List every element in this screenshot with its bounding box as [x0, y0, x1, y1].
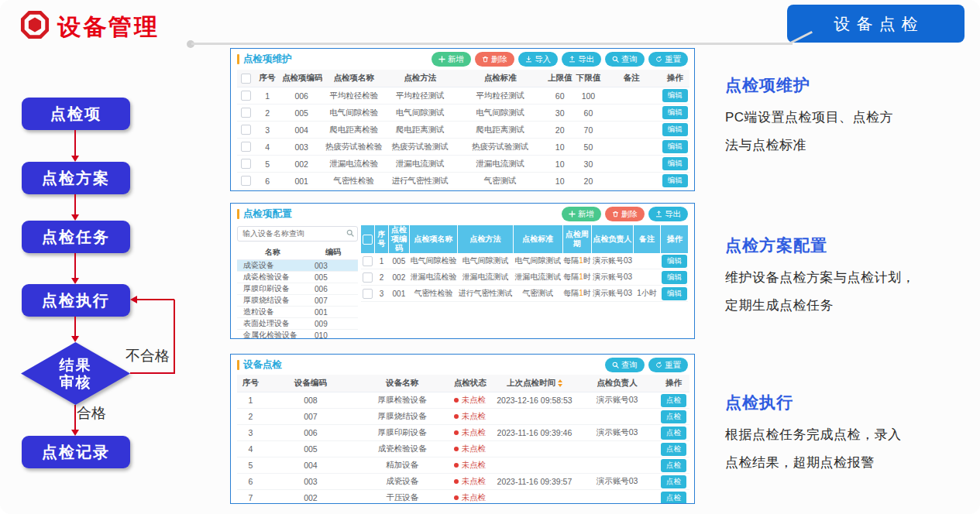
description-title: 点检项维护 — [725, 74, 903, 96]
row-checkbox[interactable] — [241, 176, 251, 186]
trash-icon — [612, 211, 619, 218]
edit-button[interactable]: 编辑 — [662, 255, 687, 268]
cell-status: 未点检 — [448, 409, 493, 425]
cell-code: 001 — [280, 173, 322, 190]
edit-button[interactable]: 编辑 — [662, 271, 687, 284]
inspect-button[interactable]: 点检 — [661, 427, 686, 440]
cell-code: 005 — [280, 105, 322, 122]
delete-button[interactable]: 删除 — [475, 52, 514, 67]
decision-label-line2: 审核 — [60, 374, 92, 391]
cell-last-time — [493, 490, 576, 505]
query-button[interactable]: 查询 — [605, 52, 645, 67]
inspect-button[interactable]: 点检 — [661, 394, 686, 407]
export-button[interactable]: 导出 — [562, 52, 601, 67]
delete-button[interactable]: 删除 — [605, 207, 645, 221]
cell-standard: 爬电距离测试 — [455, 122, 545, 139]
edit-button[interactable]: 编辑 — [662, 140, 688, 153]
row-checkbox[interactable] — [363, 256, 373, 266]
flow-feedback-line — [137, 299, 174, 300]
row-checkbox[interactable] — [241, 142, 251, 152]
add-button[interactable]: 新增 — [562, 207, 601, 221]
edit-button[interactable]: 编辑 — [662, 106, 688, 119]
cell-status: 未点检 — [448, 490, 493, 505]
cell-code: 006 — [264, 425, 357, 441]
sort-icon — [558, 379, 562, 387]
cell-no: 4 — [254, 139, 280, 156]
panel-inspection-item-maintenance: 点检项维护 新增 删除 导入 导出 查询 重置 序号点检项编码点检项名称点检方法… — [230, 48, 695, 191]
inspect-button[interactable]: 点检 — [661, 492, 686, 505]
column-header: 序号 — [254, 70, 280, 87]
edit-button[interactable]: 编辑 — [662, 89, 688, 102]
cell-no: 2 — [237, 409, 264, 425]
device-list-item[interactable]: 厚膜烧结设备 007 — [237, 295, 358, 307]
flow-node-inspection-execute: 点检执行 — [22, 284, 130, 317]
cell-no: 5 — [254, 156, 280, 173]
table-header-row: 序号点检项编码点检项名称点检方法点检标准点检周期点检负责人备注操作 — [361, 225, 688, 253]
column-header: 点检状态 — [448, 375, 493, 392]
reset-button[interactable]: 重置 — [648, 52, 688, 67]
module-tab-button[interactable]: 设备点检 — [787, 5, 965, 43]
export-button[interactable]: 导出 — [648, 207, 688, 221]
column-header: 点检项编码 — [280, 70, 322, 87]
device-name: 造粒设备 — [237, 307, 308, 318]
column-header-sortable[interactable]: 上次点检时间 — [493, 375, 576, 392]
edit-button[interactable]: 编辑 — [662, 123, 688, 136]
cell-remark — [633, 269, 661, 286]
edit-button[interactable]: 编辑 — [662, 174, 688, 187]
edit-button[interactable]: 编辑 — [662, 287, 687, 300]
cell-status: 未点检 — [448, 457, 493, 474]
cell-code: 004 — [280, 122, 322, 139]
device-list-item[interactable]: 厚膜印刷设备 006 — [237, 283, 358, 295]
device-list-item[interactable]: 成瓷设备 003 — [237, 260, 358, 272]
table-row: 2 002 泄漏电流检验 泄漏电流测试 泄漏电流测试 每隔1时 演示账号03 编… — [361, 269, 688, 286]
description-body: 维护设备点检方案与点检计划，定期生成点检任务 — [725, 264, 925, 320]
device-search-input[interactable] — [237, 226, 358, 242]
device-name: 厚膜印刷设备 — [237, 283, 308, 295]
cell-standard: 电气间隙测试 — [514, 253, 563, 269]
cell-name: 气密性检验 — [410, 286, 458, 302]
device-list-item[interactable]: 成瓷检验设备 005 — [237, 272, 358, 283]
cell-no: 7 — [237, 490, 264, 505]
cell-method: 平均粒径测试 — [385, 87, 456, 105]
cell-method: 爬电距离测试 — [385, 122, 456, 139]
add-button[interactable]: 新增 — [432, 52, 471, 67]
table-row: 4 005 成瓷检验设备 未点检 点检 — [237, 441, 689, 457]
row-checkbox[interactable] — [241, 125, 251, 135]
column-header: 操作 — [658, 375, 689, 392]
cell-name: 泄漏电流检验 — [322, 156, 385, 173]
cell-code: 002 — [264, 490, 357, 505]
select-all-checkbox[interactable] — [363, 235, 373, 245]
row-checkbox[interactable] — [241, 159, 251, 169]
cell-remark — [603, 139, 661, 156]
select-all-checkbox[interactable] — [241, 74, 251, 84]
row-checkbox[interactable] — [363, 272, 373, 283]
status-dot-icon — [454, 414, 459, 419]
cell-name: 平均粒径检验 — [322, 87, 385, 105]
reset-button[interactable]: 重置 — [648, 358, 688, 372]
device-list-item[interactable]: 造粒设备 001 — [237, 307, 358, 318]
column-header: 点检项名称 — [322, 70, 385, 87]
inspect-button[interactable]: 点检 — [661, 443, 686, 456]
panel-title-bar — [237, 54, 239, 64]
device-name: 表面处理设备 — [237, 318, 308, 330]
row-checkbox[interactable] — [241, 91, 251, 101]
cell-upper: 30 — [545, 105, 574, 122]
row-checkbox[interactable] — [241, 108, 251, 118]
query-button[interactable]: 查询 — [605, 358, 645, 372]
device-list-item[interactable]: 表面处理设备 009 — [237, 318, 358, 330]
inspect-button[interactable]: 点检 — [661, 459, 686, 472]
flow-arrowhead — [71, 336, 79, 342]
inspect-button[interactable]: 点检 — [661, 410, 686, 423]
row-checkbox[interactable] — [363, 289, 373, 299]
cell-no: 3 — [237, 425, 264, 441]
import-button[interactable]: 导入 — [518, 52, 558, 67]
cell-last-time — [493, 441, 576, 457]
device-code: 003 — [308, 260, 358, 272]
device-list-item[interactable]: 金属化检验设备 010 — [237, 330, 358, 340]
plus-icon — [438, 56, 445, 63]
page: 设备管理 设备点检 点检项 点检方案 点检任务 点检执行 点检记录 结果 审核 … — [0, 0, 980, 514]
table-row: 3 001 气密性检验 进行气密性测试 气密测试 每隔1时 演示账号03 1小时… — [361, 286, 688, 302]
status-dot-icon — [454, 479, 459, 484]
edit-button[interactable]: 编辑 — [662, 157, 688, 170]
inspect-button[interactable]: 点检 — [661, 475, 686, 488]
